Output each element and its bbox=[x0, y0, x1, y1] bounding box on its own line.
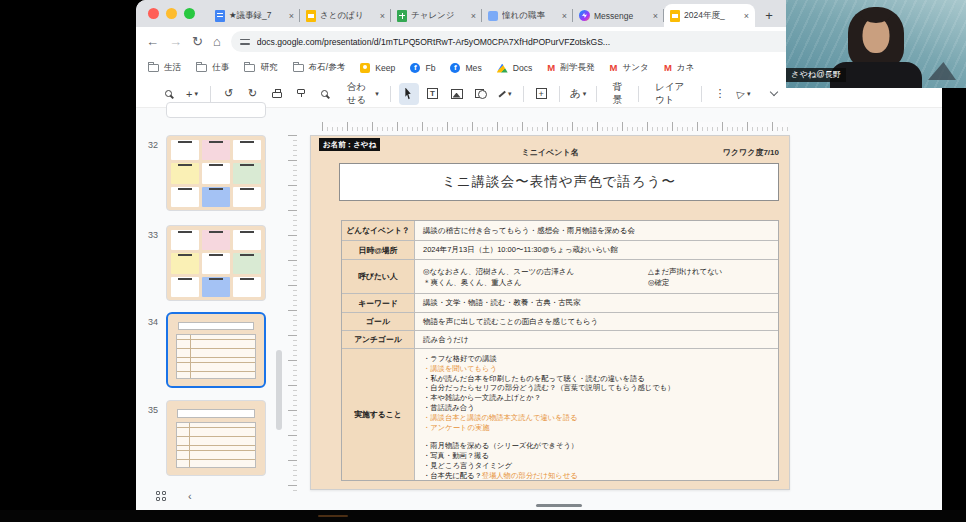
folder-icon bbox=[293, 64, 304, 72]
filmstrip-scrollbar[interactable] bbox=[276, 350, 282, 430]
tab-2024-active[interactable]: 2024年度_ × bbox=[664, 4, 755, 27]
slide-number: 32 bbox=[148, 140, 166, 150]
slide-thumbnail-35[interactable] bbox=[166, 400, 266, 476]
site-settings-icon[interactable] bbox=[240, 38, 250, 46]
tab-messenger[interactable]: Messenge × bbox=[573, 4, 664, 27]
slide-thumbnail-33[interactable] bbox=[166, 225, 266, 301]
bookmark-label: 研究 bbox=[260, 62, 277, 74]
table-row-value: 2024年7月13日（土）10:00〜11:30@ちょっ蔵おいらい館 bbox=[415, 241, 778, 260]
thumbnail-content bbox=[171, 230, 261, 297]
fit-zoom-select[interactable]: 合わせる▾ bbox=[339, 83, 382, 105]
tab-gijiroku[interactable]: ★議事録_7 × bbox=[209, 4, 300, 27]
close-icon[interactable]: × bbox=[653, 11, 658, 21]
text-box-button[interactable]: T bbox=[423, 83, 443, 105]
gmail-icon: M bbox=[664, 63, 672, 73]
close-icon[interactable]: × bbox=[744, 11, 749, 21]
pen-tool-button[interactable]: ▷▾ bbox=[734, 83, 754, 105]
grid-view-icon[interactable] bbox=[156, 491, 166, 501]
canvas-horizontal-scrollbar[interactable] bbox=[536, 504, 582, 507]
slides-icon bbox=[306, 10, 316, 22]
insert-comment-button[interactable]: + bbox=[531, 83, 551, 105]
slide-thumbnail-31-partial[interactable] bbox=[166, 102, 266, 118]
address-bar[interactable]: docs.google.com/presentation/d/1mTLPQ5OR… bbox=[231, 31, 862, 52]
collapse-toolbar-button[interactable] bbox=[764, 83, 784, 105]
bookmark-label: Keep bbox=[375, 63, 395, 73]
event-title-box[interactable]: ミニ講談会〜表情や声色で語ろう〜 bbox=[339, 163, 779, 201]
bookmark-gmail-santa[interactable]: M サンタ bbox=[610, 62, 649, 74]
tab-akogare[interactable]: 憧れの職率 × bbox=[482, 4, 573, 27]
table-row-label: 実施すること bbox=[342, 349, 415, 480]
event-table[interactable]: どんなイベント？ 講談の稽古に付き合ってもらう・感想会・雨月物語を深める会 日時… bbox=[341, 220, 779, 481]
drive-icon bbox=[497, 64, 508, 73]
bookmark-folder-fuseki[interactable]: 布石/参考 bbox=[293, 62, 346, 74]
bookmark-label: 副学長発 bbox=[560, 62, 594, 74]
table-row-label: アンチゴール bbox=[342, 331, 415, 349]
home-icon[interactable]: ⌂ bbox=[213, 35, 221, 48]
print-icon bbox=[272, 92, 282, 98]
close-icon[interactable]: × bbox=[380, 11, 385, 21]
invitees-right-column: △まだ声掛けれてない ◎確定 bbox=[648, 266, 723, 288]
divider bbox=[596, 86, 597, 102]
bookmark-gmail-fukugakucho[interactable]: M 副学長発 bbox=[547, 62, 594, 74]
horizontal-ruler bbox=[322, 122, 788, 131]
layout-button[interactable]: レイアウト bbox=[647, 83, 693, 105]
collapse-filmstrip-icon[interactable]: ‹ bbox=[188, 490, 192, 502]
todo-item: ・見どころ言うタイミング bbox=[423, 461, 770, 471]
close-window-button[interactable] bbox=[148, 8, 159, 19]
table-row-value: ◎ななおさん、沼樹さん、スーツの吉澤さん ＊爽くん、奥くん、重人さん △まだ声掛… bbox=[415, 260, 778, 294]
slide-thumbnail-32[interactable] bbox=[166, 135, 266, 211]
slide-number: 34 bbox=[148, 317, 166, 327]
bookmark-gmail-kane[interactable]: M カネ bbox=[664, 62, 695, 74]
folder-icon bbox=[244, 64, 255, 72]
select-tool-button[interactable] bbox=[399, 83, 419, 105]
insert-image-button[interactable] bbox=[447, 83, 467, 105]
table-row-label: 日時@場所 bbox=[342, 241, 415, 260]
back-icon[interactable]: ← bbox=[146, 35, 159, 48]
image-icon bbox=[451, 89, 463, 99]
paint-format-button[interactable] bbox=[291, 83, 311, 105]
new-tab-button[interactable]: + bbox=[759, 5, 779, 25]
bookmark-messenger[interactable]: f Mes bbox=[450, 63, 481, 73]
zoom-button[interactable] bbox=[315, 83, 335, 105]
tab-challenge[interactable]: チャレンジ × bbox=[391, 4, 482, 27]
thumbnail-content bbox=[170, 404, 262, 472]
bookmark-folder-shigoto[interactable]: 仕事 bbox=[196, 62, 229, 74]
invitees-left-column: ◎ななおさん、沼樹さん、スーツの吉澤さん ＊爽くん、奥くん、重人さん bbox=[423, 266, 648, 288]
tab-label: Messenge bbox=[594, 11, 649, 21]
more-options-button[interactable]: ⋮ bbox=[710, 83, 730, 105]
close-icon[interactable]: × bbox=[562, 11, 567, 21]
invitee-line: ◎ななおさん、沼樹さん、スーツの吉澤さん bbox=[423, 266, 648, 277]
text-box-icon: T bbox=[427, 88, 438, 99]
fullscreen-window-button[interactable] bbox=[184, 8, 195, 19]
slide-canvas[interactable]: お名前：さやね ミニイベント名 ワクワク度7/10 ミニ講談会〜表情や声色で語ろ… bbox=[310, 135, 790, 490]
excitement-score: ワクワク度7/10 bbox=[723, 147, 779, 158]
slide-number: 33 bbox=[148, 230, 166, 240]
tab-label: 2024年度_ bbox=[684, 10, 740, 22]
window-controls bbox=[148, 0, 195, 27]
taskbar-hint bbox=[318, 515, 348, 517]
tab-satonopari[interactable]: さとのぱり × bbox=[300, 4, 391, 27]
background-button[interactable]: 背景 bbox=[605, 83, 631, 105]
forward-icon[interactable]: → bbox=[169, 35, 182, 48]
bookmark-folder-seikatsu[interactable]: 生活 bbox=[148, 62, 181, 74]
todo-item: ・台本先に配る？登場人物の部分だけ知らせる bbox=[423, 471, 770, 481]
thumbnail-content bbox=[171, 140, 261, 207]
video-call-tile[interactable]: さやね@長野 bbox=[786, 0, 966, 88]
insert-line-button[interactable]: ▾ bbox=[495, 83, 515, 105]
chevron-down-icon: ▾ bbox=[508, 90, 512, 98]
tab-label: さとのぱり bbox=[320, 10, 376, 22]
word-art-button[interactable]: あ▾ bbox=[568, 83, 588, 105]
bookmark-folder-kenkyu[interactable]: 研究 bbox=[244, 62, 277, 74]
laser-pointer-icon: ▷ bbox=[736, 87, 746, 100]
print-button[interactable] bbox=[267, 83, 287, 105]
close-icon[interactable]: × bbox=[289, 11, 294, 21]
insert-shape-button[interactable] bbox=[471, 83, 491, 105]
reload-icon[interactable]: ↻ bbox=[192, 35, 203, 48]
close-icon[interactable]: × bbox=[471, 11, 476, 21]
slide-thumbnail-34-selected[interactable] bbox=[166, 312, 266, 388]
minimize-window-button[interactable] bbox=[166, 8, 177, 19]
bookmark-facebook[interactable]: f Fb bbox=[410, 63, 435, 73]
todo-item: ・講談を聞いてもらう bbox=[423, 364, 770, 374]
bookmark-keep[interactable]: Keep bbox=[360, 63, 395, 73]
bookmark-docs[interactable]: Docs bbox=[497, 63, 533, 73]
